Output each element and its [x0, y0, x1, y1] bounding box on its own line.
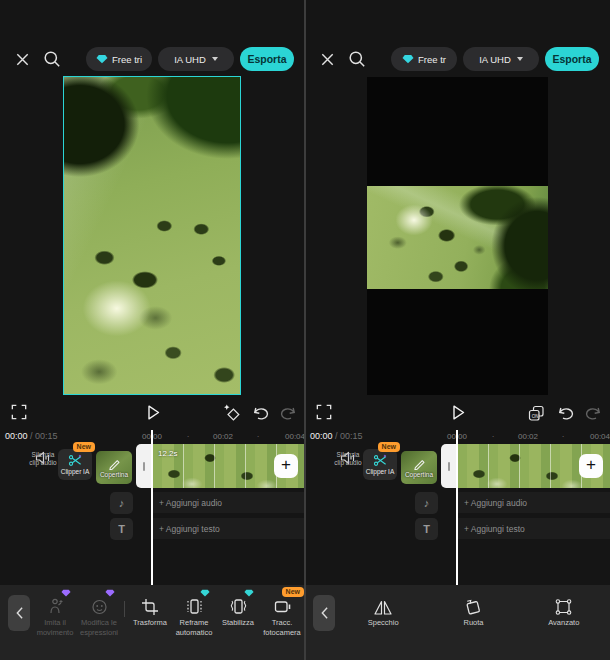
add-audio-row[interactable]: + Aggiungi audio: [152, 492, 305, 513]
toolbar-back-button[interactable]: [313, 595, 335, 631]
audio-track-icon[interactable]: ♪: [415, 492, 438, 514]
ai-clipper-button[interactable]: New Clipper IA: [58, 449, 92, 480]
toolbar-item-modifica-espressioni[interactable]: Modifica le espressioni: [77, 589, 121, 638]
playhead[interactable]: [151, 430, 153, 585]
scissors-icon: [68, 454, 83, 467]
video-clip[interactable]: +: [457, 444, 610, 488]
redo-icon[interactable]: [585, 406, 602, 421]
undo-icon[interactable]: [252, 406, 269, 421]
toolbar-item-avanzato[interactable]: Avanzato: [534, 589, 594, 628]
rotate-icon: [464, 594, 483, 616]
transport-bar: ON: [305, 402, 610, 426]
timecode-display: 00:00 / 00:15: [310, 431, 363, 441]
new-badge: New: [73, 442, 95, 452]
add-text-label: + Aggiungi testo: [464, 524, 525, 534]
clip-duration-label: 12.2s: [158, 449, 178, 458]
free-trial-pill[interactable]: Free tri: [86, 47, 152, 71]
compare-overlay-on-icon[interactable]: ON: [527, 404, 546, 423]
ruler-tick: 00:02: [518, 432, 538, 441]
text-track-icon[interactable]: T: [415, 518, 438, 540]
search-icon[interactable]: [347, 49, 367, 69]
cover-button[interactable]: Copertina: [96, 451, 132, 484]
total-time: 00:15: [35, 431, 58, 441]
add-audio-label: + Aggiungi audio: [159, 498, 222, 508]
toolbar-back-button[interactable]: [8, 595, 30, 631]
editor-panel-right: Free tr IA UHD Esporta ON: [305, 0, 610, 660]
text-track-icon[interactable]: T: [110, 518, 133, 540]
add-clip-button[interactable]: +: [579, 454, 603, 478]
mute-clip-audio-label: Silenzia clip audio: [26, 451, 60, 468]
export-button[interactable]: Esporta: [545, 47, 599, 71]
video-clip[interactable]: 12.2s +: [152, 444, 305, 488]
free-trial-label: Free tri: [112, 54, 142, 65]
toolbar-item-ruota[interactable]: Ruota: [443, 589, 503, 628]
transport-bar: [0, 402, 305, 426]
svg-text:ON: ON: [532, 414, 539, 419]
pond-turtles-video-rotated: [367, 186, 548, 289]
quality-selector[interactable]: IA UHD: [463, 47, 539, 71]
pond-turtles-video: [64, 77, 240, 394]
play-button[interactable]: [143, 403, 162, 422]
gem-icon: [96, 54, 108, 64]
redo-icon[interactable]: [280, 406, 297, 421]
panel-divider: [304, 0, 306, 660]
add-audio-label: + Aggiungi audio: [464, 498, 527, 508]
ruler-tick: ·: [562, 432, 565, 441]
auto-reframe-icon: [185, 594, 204, 616]
toolbar-item-specchio[interactable]: Specchio: [353, 589, 413, 628]
close-icon[interactable]: [12, 49, 32, 69]
free-trial-pill[interactable]: Free tr: [391, 47, 457, 71]
mute-clip-audio-button[interactable]: Silenzia clip audio: [331, 451, 365, 487]
chevron-down-icon: [517, 57, 523, 61]
quality-label: IA UHD: [174, 54, 206, 65]
toolbar-item-imita-movimento[interactable]: Imita il movimento: [33, 589, 77, 638]
cover-label: Copertina: [100, 471, 128, 478]
editor-panel-left: Free tri IA UHD Esporta: [0, 0, 305, 660]
top-bar: Free tri IA UHD Esporta: [0, 46, 305, 72]
video-preview-selected[interactable]: [63, 76, 241, 395]
search-icon[interactable]: [42, 49, 62, 69]
export-label: Esporta: [247, 53, 286, 65]
camera-tracking-icon: [273, 594, 292, 616]
audio-track-icon[interactable]: ♪: [110, 492, 133, 514]
bottom-toolbar: Imita il movimento Modifica le espressio…: [0, 585, 305, 660]
add-text-row[interactable]: + Aggiungi testo: [152, 518, 305, 539]
add-audio-row[interactable]: + Aggiungi audio: [457, 492, 610, 513]
video-preview-letterboxed[interactable]: [367, 77, 548, 395]
undo-icon[interactable]: [557, 406, 574, 421]
fullscreen-icon[interactable]: [316, 404, 332, 420]
fullscreen-icon[interactable]: [11, 404, 27, 420]
quality-selector[interactable]: IA UHD: [158, 47, 234, 71]
ai-clipper-button[interactable]: New Clipper IA: [363, 449, 397, 480]
dual-screenshot-stage: Free tri IA UHD Esporta: [0, 0, 610, 660]
ruler-tick: ·: [492, 432, 495, 441]
export-button[interactable]: Esporta: [240, 47, 294, 71]
keyframe-icon[interactable]: [223, 404, 241, 422]
bottom-toolbar: Specchio Ruota Avanzato: [305, 585, 610, 660]
top-bar: Free tr IA UHD Esporta: [305, 46, 610, 72]
gem-badge-purple: [105, 589, 115, 597]
pencil-icon: [413, 457, 426, 470]
close-icon[interactable]: [317, 49, 337, 69]
toolbar-item-stabilizza[interactable]: Stabilizza: [216, 589, 260, 628]
cover-button[interactable]: Copertina: [401, 451, 437, 484]
pencil-icon: [108, 457, 121, 470]
free-trial-label: Free tr: [418, 54, 446, 65]
new-badge: New: [282, 587, 304, 597]
playhead[interactable]: [456, 430, 458, 585]
add-clip-button[interactable]: +: [274, 454, 298, 478]
clip-trim-handle-left[interactable]: [136, 444, 152, 488]
gem-badge-cyan: [244, 589, 254, 597]
add-text-row[interactable]: + Aggiungi testo: [457, 518, 610, 539]
ruler-tick: 00:02: [213, 432, 233, 441]
ai-clipper-label: Clipper IA: [366, 468, 395, 475]
motion-mimic-icon: [46, 594, 65, 616]
toolbar-item-reframe-automatico[interactable]: Reframe automatico: [172, 589, 216, 638]
play-button[interactable]: [448, 403, 467, 422]
toolbar-item-trasforma[interactable]: Trasforma: [128, 589, 172, 628]
ruler-tick: ·: [257, 432, 260, 441]
mute-clip-audio-button[interactable]: Silenzia clip audio: [26, 451, 60, 487]
ruler-tick: 00:04: [590, 432, 610, 441]
toolbar-item-tracc-fotocamera[interactable]: New Tracc. fotocamera: [260, 589, 304, 638]
clip-trim-handle-left[interactable]: [441, 444, 457, 488]
